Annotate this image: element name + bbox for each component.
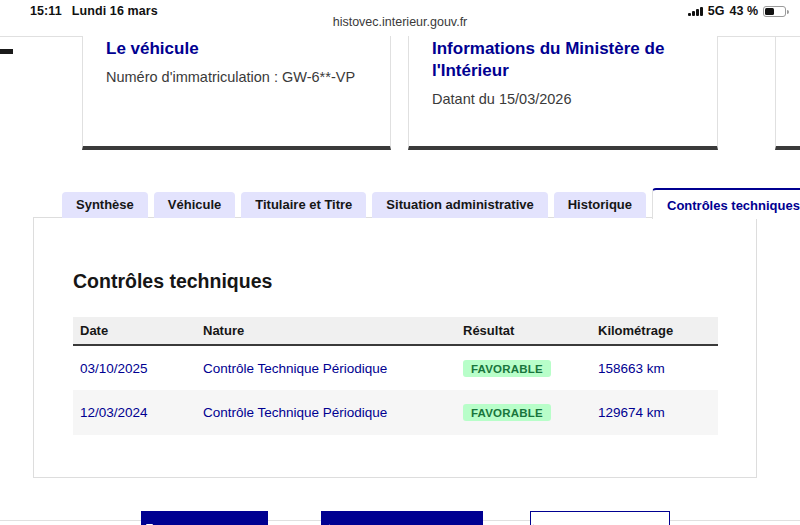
send-report-button[interactable]: Envoyer le rapport <box>530 511 670 525</box>
download-report-label: Télécharger le rapport <box>344 522 481 525</box>
cell-date: 12/03/2024 <box>73 390 196 435</box>
page-title: Contrôles techniques <box>73 270 272 293</box>
card-vehicle-title: Le véhicule <box>106 38 366 60</box>
url-bar[interactable]: histovec.interieur.gouv.fr <box>0 15 800 29</box>
column-header-resultat: Résultat <box>456 317 591 345</box>
table-row: 03/10/2025 Contrôle Technique Périodique… <box>73 345 718 390</box>
send-report-label: Envoyer le rapport <box>553 522 668 525</box>
cell-nature: Contrôle Technique Périodique <box>196 345 456 390</box>
download-report-button[interactable]: Télécharger le rapport <box>321 511 483 525</box>
cell-kilometrage: 129674 km <box>591 390 718 435</box>
inspections-table: Date Nature Résultat Kilométrage 03/10/2… <box>73 317 718 435</box>
card-ministry-title: Informations du Ministère de l'Intérieur <box>432 38 693 82</box>
table-row: 12/03/2024 Contrôle Technique Périodique… <box>73 390 718 435</box>
tab-vehicule[interactable]: Véhicule <box>154 192 235 218</box>
card-partial <box>775 36 800 150</box>
print-csa-label: Imprimer le CSA <box>164 522 265 525</box>
tab-situation-administrative[interactable]: Situation administrative <box>372 192 547 218</box>
card-ministry-info: Informations du Ministère de l'Intérieur… <box>408 36 718 150</box>
column-header-kilometrage: Kilométrage <box>591 317 718 345</box>
clipped-edge-element <box>0 49 13 54</box>
table-header-row: Date Nature Résultat Kilométrage <box>73 317 718 345</box>
card-vehicle-registration: Numéro d'immatriculation : GW-6**-VP <box>106 69 366 85</box>
tab-synthese[interactable]: Synthèse <box>62 192 148 218</box>
print-csa-button[interactable]: Imprimer le CSA <box>141 511 268 525</box>
status-badge: FAVORABLE <box>463 404 551 421</box>
status-badge: FAVORABLE <box>463 360 551 377</box>
cell-resultat: FAVORABLE <box>456 345 591 390</box>
tab-historique[interactable]: Historique <box>554 192 646 218</box>
column-header-date: Date <box>73 317 196 345</box>
tab-controles-techniques[interactable]: Contrôles techniques <box>652 188 800 219</box>
column-header-nature: Nature <box>196 317 456 345</box>
tab-titulaire-et-titre[interactable]: Titulaire et Titre <box>241 192 366 218</box>
cell-resultat: FAVORABLE <box>456 390 591 435</box>
cell-nature: Contrôle Technique Périodique <box>196 390 456 435</box>
cell-kilometrage: 158663 km <box>591 345 718 390</box>
divider <box>0 36 82 37</box>
tab-bar: Synthèse Véhicule Titulaire et Titre Sit… <box>62 192 800 219</box>
cell-date: 03/10/2025 <box>73 345 196 390</box>
tab-panel-controles-techniques: Contrôles techniques Date Nature Résulta… <box>33 217 757 478</box>
card-vehicle: Le véhicule Numéro d'immatriculation : G… <box>82 36 391 150</box>
card-ministry-date: Datant du 15/03/2026 <box>432 91 693 107</box>
